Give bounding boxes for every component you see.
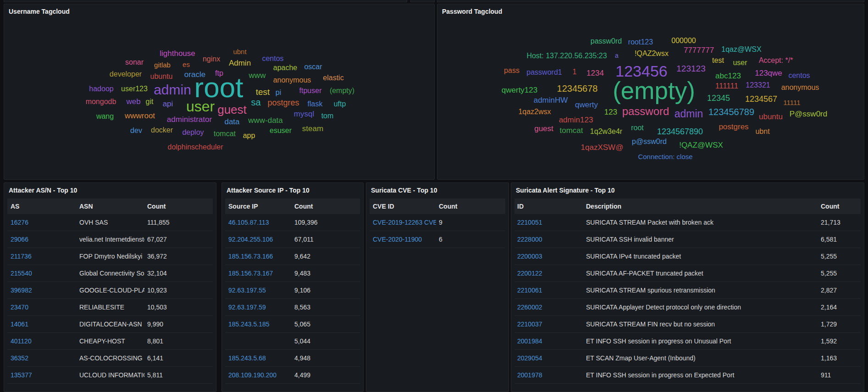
- table-link-cell[interactable]: 2200122: [517, 265, 583, 282]
- tagcloud-word[interactable]: api: [163, 100, 173, 108]
- column-header[interactable]: AS: [11, 199, 77, 214]
- tagcloud-word[interactable]: test: [712, 57, 724, 64]
- table-link-cell[interactable]: 29066: [11, 231, 77, 248]
- tagcloud-word[interactable]: tomcat: [559, 127, 583, 134]
- tagcloud-word[interactable]: ftpuser: [299, 87, 322, 94]
- table-link-cell[interactable]: 401120: [11, 333, 77, 349]
- table-link-cell[interactable]: 2210051: [517, 214, 583, 231]
- tagcloud-word[interactable]: 1234567890: [657, 127, 703, 136]
- tagcloud-word[interactable]: root: [194, 73, 243, 102]
- tagcloud-word[interactable]: admin: [154, 83, 191, 97]
- tagcloud-word[interactable]: 123123: [676, 64, 705, 73]
- table-link-cell[interactable]: CVE-2019-12263 CVE: [373, 214, 436, 231]
- tagcloud-word[interactable]: (empty): [330, 87, 354, 94]
- tagcloud-word[interactable]: p@ssw0rd: [632, 138, 667, 145]
- tagcloud-word[interactable]: apache: [273, 64, 298, 72]
- tagcloud-word[interactable]: centos: [262, 55, 283, 62]
- tagcloud-word[interactable]: user: [733, 59, 747, 66]
- column-header[interactable]: Count: [439, 199, 508, 214]
- tagcloud-word[interactable]: Host: 137.220.56.235:23: [526, 52, 607, 60]
- tagcloud-word[interactable]: pi: [276, 89, 281, 96]
- tagcloud-word[interactable]: 12345: [707, 94, 730, 102]
- tagcloud-word[interactable]: 1q2w3e4r: [590, 128, 622, 135]
- tagcloud-word[interactable]: test: [256, 88, 270, 96]
- tagcloud-word[interactable]: guest: [534, 125, 553, 133]
- tagcloud-word[interactable]: gitlab: [154, 61, 171, 68]
- table-link-cell[interactable]: 396982: [11, 282, 77, 298]
- tagcloud-word[interactable]: 123: [604, 108, 617, 116]
- tagcloud-word[interactable]: centos: [788, 72, 810, 79]
- tagcloud-word[interactable]: guest: [217, 104, 247, 116]
- tagcloud-word[interactable]: root: [631, 124, 644, 132]
- tagcloud-word[interactable]: 1qaz2wsx: [518, 108, 551, 116]
- tagcloud-word[interactable]: data: [224, 118, 239, 126]
- table-link-cell[interactable]: 2200003: [517, 248, 583, 265]
- tagcloud-word[interactable]: oscar: [304, 63, 322, 71]
- tagcloud-word[interactable]: elastic: [323, 74, 343, 82]
- tagcloud-word[interactable]: www: [249, 72, 266, 79]
- table-link-cell[interactable]: 2001978: [517, 367, 583, 383]
- table-link-cell[interactable]: 92.63.197.55: [228, 282, 292, 298]
- column-header[interactable]: Count: [294, 199, 363, 214]
- table-link-cell[interactable]: CVE-2020-11900: [373, 231, 436, 248]
- table-link-cell[interactable]: 2210061: [517, 282, 583, 298]
- tagcloud-word[interactable]: tom: [321, 112, 334, 120]
- tagcloud-word[interactable]: P@ssw0rd: [790, 110, 827, 118]
- tagcloud-word[interactable]: adminHW: [534, 96, 568, 104]
- table-link-cell[interactable]: 208.109.190.200: [228, 367, 292, 383]
- tagcloud-word[interactable]: es: [182, 61, 190, 68]
- table-link-cell[interactable]: 92.63.197.59: [228, 299, 292, 315]
- column-header[interactable]: CVE ID: [373, 199, 436, 214]
- table-link-cell[interactable]: 2001984: [517, 333, 583, 349]
- tagcloud-word[interactable]: qwerty: [575, 101, 598, 109]
- tagcloud-word[interactable]: postgres: [719, 123, 748, 131]
- tagcloud-word[interactable]: password: [622, 106, 669, 117]
- tagcloud-word[interactable]: 1: [573, 68, 577, 76]
- tagcloud-word[interactable]: postgres: [267, 99, 299, 107]
- tagcloud-word[interactable]: sa: [251, 98, 260, 107]
- tagcloud-word[interactable]: 1234: [586, 69, 604, 77]
- column-header[interactable]: ID: [517, 199, 583, 214]
- tagcloud-word[interactable]: web: [126, 98, 140, 105]
- tagcloud-word[interactable]: 1qaz@WSX: [721, 46, 761, 53]
- tagcloud-word[interactable]: anonymous: [781, 84, 819, 91]
- tagcloud-word[interactable]: mysql: [294, 110, 314, 118]
- tagcloud-word[interactable]: wang: [96, 113, 114, 120]
- tagcloud-word[interactable]: qwerty123: [502, 86, 537, 94]
- tagcloud-word[interactable]: (empty): [613, 78, 695, 103]
- tagcloud-word[interactable]: administrator: [167, 116, 212, 123]
- column-header[interactable]: ASN: [79, 199, 144, 214]
- table-link-cell[interactable]: 185.156.73.166: [228, 248, 292, 265]
- tagcloud-word[interactable]: 1234567: [745, 95, 777, 103]
- tagcloud-word[interactable]: developer: [110, 71, 142, 78]
- table-link-cell[interactable]: 23470: [11, 299, 77, 315]
- tagcloud-word[interactable]: 000000: [671, 37, 696, 44]
- tagcloud-word[interactable]: 123456789: [708, 107, 754, 116]
- table-link-cell[interactable]: 46.105.87.113: [228, 214, 292, 231]
- column-header[interactable]: Count: [147, 199, 216, 214]
- tagcloud-word[interactable]: Connection: close: [638, 153, 692, 160]
- tagcloud-word[interactable]: 12345678: [557, 84, 598, 93]
- tagcloud-word[interactable]: Accept: */*: [759, 57, 793, 64]
- table-link-cell[interactable]: 135377: [11, 367, 77, 383]
- tagcloud-word[interactable]: password1: [526, 69, 562, 76]
- table-link-cell[interactable]: 36352: [11, 350, 77, 366]
- table-link-cell[interactable]: 211736: [11, 248, 77, 265]
- tagcloud-word[interactable]: ubnt: [233, 48, 246, 55]
- tagcloud-word[interactable]: user: [186, 99, 215, 114]
- tagcloud-word[interactable]: ubnt: [755, 128, 769, 135]
- table-link-cell[interactable]: 2228000: [517, 231, 583, 248]
- tagcloud-word[interactable]: uftp: [334, 100, 346, 108]
- column-header[interactable]: Description: [586, 199, 818, 214]
- tagcloud-word[interactable]: wwwroot: [125, 112, 155, 120]
- tagcloud-word[interactable]: root123: [628, 39, 653, 46]
- tagcloud-word[interactable]: 111111: [715, 82, 738, 90]
- tagcloud-word[interactable]: dolphinscheduler: [168, 144, 223, 151]
- tagcloud-word[interactable]: deploy: [182, 129, 204, 136]
- tagcloud-word[interactable]: !QAZ@WSX: [679, 141, 723, 149]
- tagcloud-word[interactable]: 123qwe: [755, 69, 782, 77]
- tagcloud-word[interactable]: lighthouse: [160, 50, 195, 57]
- table-link-cell[interactable]: 2210037: [517, 316, 583, 332]
- table-link-cell[interactable]: 16276: [11, 214, 77, 231]
- tagcloud-word[interactable]: flask: [308, 100, 323, 108]
